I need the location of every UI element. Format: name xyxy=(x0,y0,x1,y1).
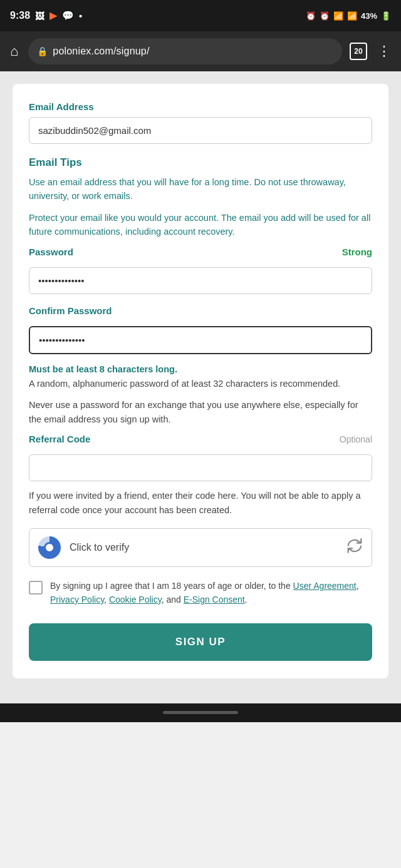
referral-hint: If you were invited by a friend, enter t… xyxy=(29,489,372,517)
status-bar: 9:38 🖼 ▶ 💬 • ⏰ ⏰ 📶 📶 43% 🔋 xyxy=(0,0,401,31)
captcha-inner-circle xyxy=(44,542,55,553)
signup-form: Email Address Email Tips Use an email ad… xyxy=(13,84,388,678)
browser-menu-button[interactable]: ⋮ xyxy=(375,41,393,62)
page-content: Email Address Email Tips Use an email ad… xyxy=(0,71,401,703)
agree-text-mid1: , xyxy=(357,581,359,591)
wifi-icon: 📶 xyxy=(333,11,343,21)
url-bar[interactable]: 🔒 poloniex.com/signup/ xyxy=(28,38,342,64)
password-strength: Strong xyxy=(342,247,372,257)
browser-bar: ⌂ 🔒 poloniex.com/signup/ 20 ⋮ xyxy=(0,31,401,71)
tab-count-badge[interactable]: 20 xyxy=(350,43,367,60)
photo-icon: 🖼 xyxy=(35,11,44,21)
confirm-password-input[interactable] xyxy=(29,326,372,354)
password-hint-2: Never use a password for an exchange tha… xyxy=(29,398,372,426)
cookie-policy-link[interactable]: Cookie Policy xyxy=(109,595,162,605)
signup-button[interactable]: SIGN UP xyxy=(29,623,372,661)
agreement-row: By signing up I agree that I am 18 years… xyxy=(29,580,372,606)
agree-text-before: By signing up I agree that I am 18 years… xyxy=(50,581,293,591)
status-right: ⏰ ⏰ 📶 📶 43% 🔋 xyxy=(306,11,391,21)
battery-text: 43% xyxy=(361,11,377,21)
privacy-policy-link[interactable]: Privacy Policy xyxy=(50,595,104,605)
captcha-widget[interactable]: Click to verify xyxy=(29,528,372,567)
app-icon-1: ▶ xyxy=(49,10,57,21)
email-tip-2: Protect your email like you would your a… xyxy=(29,211,372,239)
status-time: 9:38 xyxy=(10,10,30,21)
password-hint-bold: Must be at least 8 characters long. xyxy=(29,364,372,374)
alarm-icon-2: ⏰ xyxy=(320,11,330,21)
app-icon-2: 💬 xyxy=(62,10,74,21)
status-left: 9:38 🖼 ▶ 💬 • xyxy=(10,10,82,21)
home-button[interactable]: ⌂ xyxy=(8,41,21,62)
agree-text: By signing up I agree that I am 18 years… xyxy=(50,580,372,606)
email-tips-title: Email Tips xyxy=(29,156,372,169)
agree-text-end: . xyxy=(245,595,247,605)
email-tip-1: Use an email address that you will have … xyxy=(29,175,372,203)
user-agreement-link[interactable]: User Agreement xyxy=(293,581,357,591)
captcha-refresh-icon xyxy=(346,538,363,558)
lock-icon: 🔒 xyxy=(37,46,48,56)
agree-text-mid2: , xyxy=(104,595,109,605)
url-text: poloniex.com/signup/ xyxy=(53,46,149,57)
optional-label: Optional xyxy=(340,434,372,444)
bottom-bar xyxy=(0,703,401,722)
battery-icon: 🔋 xyxy=(381,11,391,21)
alarm-icon: ⏰ xyxy=(306,11,316,21)
referral-label: Referral Code xyxy=(29,434,90,444)
password-input[interactable] xyxy=(29,267,372,294)
home-indicator xyxy=(163,711,238,714)
esign-consent-link[interactable]: E-Sign Consent xyxy=(184,595,245,605)
referral-input[interactable] xyxy=(29,454,372,481)
signal-icon: 📶 xyxy=(347,11,357,21)
captcha-label: Click to verify xyxy=(70,542,338,553)
password-hint-1: A random, alphanumeric password of at le… xyxy=(29,377,372,391)
dot-indicator: • xyxy=(79,11,82,21)
agree-text-mid3: , and xyxy=(162,595,184,605)
captcha-circle-icon xyxy=(38,536,61,559)
agree-checkbox[interactable] xyxy=(29,581,43,595)
email-label: Email Address xyxy=(29,101,372,112)
password-label: Password xyxy=(29,247,73,257)
confirm-password-label: Confirm Password xyxy=(29,305,372,316)
email-input[interactable] xyxy=(29,117,372,144)
